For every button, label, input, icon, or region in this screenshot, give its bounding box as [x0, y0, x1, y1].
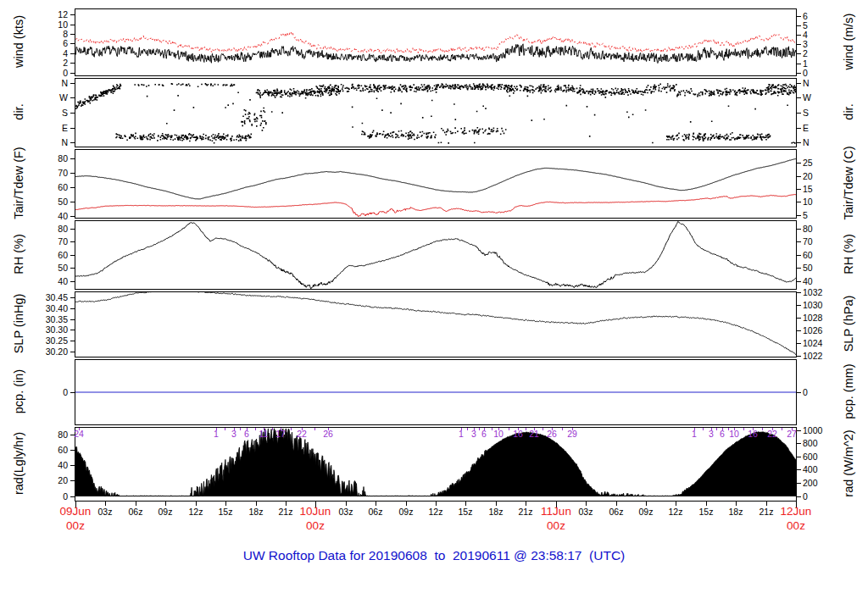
tick-right-rh — [797, 255, 801, 256]
tick-left-wind — [70, 34, 75, 35]
tick-label-left-rad: 20 — [31, 475, 68, 485]
rad-cum-number: 16 — [748, 429, 758, 439]
x-tick-label-minor: 06z — [119, 507, 153, 517]
x-tick-label-minor: 09z — [389, 507, 423, 517]
plot-dir — [75, 79, 796, 147]
tick-label-right-slp: 1030 — [803, 300, 840, 310]
rad-cum-tick — [240, 428, 241, 430]
rad-cum-tick — [225, 428, 225, 430]
tick-label-right-wind: 4 — [803, 30, 840, 40]
panel-wind — [75, 8, 797, 76]
tick-label-left-wind: 8 — [31, 29, 68, 39]
tick-left-slp — [70, 319, 75, 320]
tick-label-right-slp: 1022 — [803, 351, 840, 361]
tick-label-left-temp: 80 — [31, 153, 68, 163]
tick-left-slp — [70, 341, 75, 341]
tick-label-left-temp: 40 — [31, 211, 68, 221]
tick-label-right-slp: 1026 — [803, 325, 840, 335]
tick-label-left-wind: 2 — [31, 58, 68, 68]
tick-right-rh — [797, 241, 801, 242]
x-tick-label-major: 09Jun — [50, 505, 101, 518]
panel-temp — [75, 149, 797, 219]
rad-cum-number: 10 — [493, 429, 504, 439]
rad-cum-number: 1 — [214, 429, 219, 439]
tick-left-dir — [70, 113, 75, 114]
tick-left-wind — [70, 43, 75, 44]
x-tick-minor — [526, 502, 526, 506]
rad-cum-number: 26 — [547, 429, 557, 439]
rad-cum-tick — [314, 428, 315, 430]
x-tick-minor — [165, 502, 166, 506]
panel-rh — [75, 220, 797, 290]
rad-cum-number: 1 — [692, 429, 697, 439]
x-tick-label-minor: 09z — [148, 507, 182, 517]
x-tick-minor — [286, 502, 287, 506]
x-tick-label-minor: 15z — [448, 507, 482, 517]
x-tick-minor — [465, 502, 466, 506]
tick-left-dir — [70, 128, 75, 129]
tick-label-left-rh: 60 — [31, 250, 68, 260]
x-tick-minor — [376, 502, 376, 506]
tick-right-wind — [797, 44, 801, 45]
x-tick-minor — [105, 502, 106, 506]
panel-dir — [75, 78, 797, 147]
tick-label-left-dir: E — [31, 123, 68, 133]
tick-right-wind — [797, 64, 801, 64]
x-tick-minor — [346, 502, 347, 506]
tick-right-temp — [797, 189, 801, 190]
tick-right-pcp — [797, 392, 801, 393]
tick-left-dir — [70, 142, 75, 143]
tick-label-left-wind: 4 — [31, 48, 68, 58]
rad-cum-tick — [782, 428, 782, 430]
tick-label-right-dir: N — [803, 137, 840, 147]
tick-right-temp — [797, 215, 801, 216]
tick-label-right-slp: 1024 — [803, 338, 840, 348]
rad-cum-tick — [467, 428, 468, 430]
tick-label-left-slp: 30.25 — [31, 335, 68, 346]
plot-wind — [75, 9, 796, 75]
tick-left-dir — [70, 83, 75, 84]
tick-right-rad — [797, 443, 801, 444]
ylabel-left-dir: dir. — [12, 103, 25, 119]
rad-cum-tick — [479, 428, 480, 430]
rad-cum-number: 26 — [323, 429, 333, 439]
tick-label-left-dir: W — [31, 92, 68, 103]
rad-cum-number: 6 — [481, 429, 487, 439]
tick-right-slp — [797, 356, 801, 357]
tick-left-rad — [70, 450, 75, 451]
tick-left-slp — [70, 330, 75, 330]
tick-label-left-rh: 40 — [31, 276, 68, 286]
tick-left-slp — [70, 308, 75, 309]
tick-label-left-dir: N — [31, 78, 68, 88]
tick-label-left-slp: 30.20 — [31, 346, 68, 357]
ylabel-left-pcp: pcp. (in) — [12, 369, 25, 413]
tick-right-wind — [797, 16, 801, 17]
x-tick-minor — [136, 502, 136, 506]
tick-label-left-rad: 80 — [31, 430, 68, 440]
tick-label-left-slp: 30.40 — [31, 303, 68, 313]
ylabel-left-wind: wind (kts) — [12, 15, 25, 68]
rad-cum-number: 11 — [259, 429, 269, 439]
x-tick-minor — [196, 502, 197, 506]
tick-left-temp — [70, 158, 75, 159]
tick-left-wind — [70, 63, 75, 64]
x-tick-label-minor: 09z — [629, 507, 663, 517]
tick-label-right-rad: 200 — [803, 478, 840, 488]
tick-label-right-temp: 5 — [803, 210, 840, 220]
tick-left-wind — [70, 14, 75, 15]
rad-cum-tick — [272, 428, 273, 430]
tick-left-temp — [70, 202, 75, 202]
tick-label-right-wind: 2 — [803, 48, 840, 58]
tick-right-slp — [797, 292, 801, 293]
tick-label-left-rh: 80 — [31, 224, 68, 234]
tick-right-wind — [797, 25, 801, 26]
tick-right-wind — [797, 73, 801, 74]
rad-cum-tick — [743, 428, 744, 430]
tick-label-left-rad: 40 — [31, 460, 68, 470]
rad-cum-number: 3 — [471, 429, 476, 439]
panel-rad — [75, 427, 797, 502]
tick-label-left-temp: 50 — [31, 197, 68, 207]
rad-cum-tick — [291, 428, 292, 430]
tick-left-temp — [70, 187, 75, 188]
x-tick-minor — [616, 502, 617, 506]
